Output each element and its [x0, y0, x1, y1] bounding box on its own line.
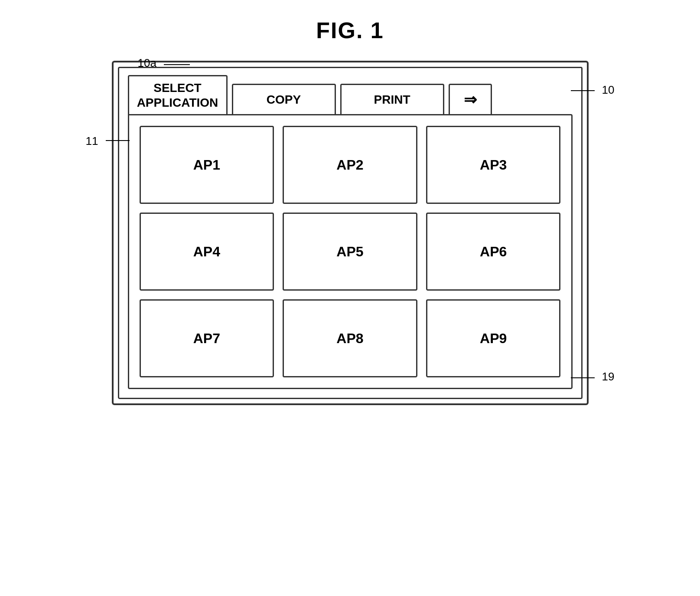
- arrow-right-icon: ⇒: [464, 92, 477, 108]
- app-button-ap4[interactable]: AP4: [140, 213, 274, 291]
- content-area: AP1 AP2 AP3 AP4 AP5 AP6: [128, 114, 573, 389]
- app-label-ap9: AP9: [480, 331, 507, 347]
- tab-next-arrow[interactable]: ⇒: [449, 84, 492, 114]
- app-button-ap7[interactable]: AP7: [140, 299, 274, 377]
- callout-line-11: [106, 140, 130, 141]
- app-label-ap7: AP7: [193, 331, 220, 347]
- app-button-ap2[interactable]: AP2: [283, 126, 417, 204]
- app-button-ap5[interactable]: AP5: [283, 213, 417, 291]
- app-label-ap5: AP5: [336, 244, 363, 260]
- tab-select-application[interactable]: SELECTAPPLICATION: [128, 75, 228, 114]
- callout-line-19: [571, 377, 595, 378]
- app-label-ap8: AP8: [336, 331, 363, 347]
- app-button-ap1[interactable]: AP1: [140, 126, 274, 204]
- figure-title: FIG. 1: [316, 17, 384, 43]
- label-11: 11: [86, 134, 98, 148]
- app-label-ap4: AP4: [193, 244, 220, 260]
- tab-select-application-label: SELECTAPPLICATION: [137, 81, 218, 110]
- callout-line-10: [571, 90, 595, 91]
- app-button-ap8[interactable]: AP8: [283, 299, 417, 377]
- app-label-ap3: AP3: [480, 157, 507, 173]
- outer-panel: SELECTAPPLICATION COPY PRINT ⇒ AP1: [112, 61, 589, 405]
- callout-line-10a: [164, 64, 190, 65]
- app-grid: AP1 AP2 AP3 AP4 AP5 AP6: [140, 126, 561, 377]
- tab-bar: SELECTAPPLICATION COPY PRINT ⇒: [128, 75, 573, 114]
- app-button-ap6[interactable]: AP6: [426, 213, 561, 291]
- inner-panel: SELECTAPPLICATION COPY PRINT ⇒ AP1: [118, 67, 583, 399]
- label-10a: 10a: [138, 56, 156, 70]
- app-label-ap6: AP6: [480, 244, 507, 260]
- tab-copy[interactable]: COPY: [232, 84, 336, 114]
- app-button-ap3[interactable]: AP3: [426, 126, 561, 204]
- app-label-ap1: AP1: [193, 157, 220, 173]
- app-button-ap9[interactable]: AP9: [426, 299, 561, 377]
- tab-print-label: PRINT: [374, 93, 410, 107]
- app-label-ap2: AP2: [336, 157, 363, 173]
- tab-print[interactable]: PRINT: [340, 84, 444, 114]
- label-19: 19: [602, 370, 615, 383]
- tab-copy-label: COPY: [267, 93, 301, 107]
- diagram-wrapper: 10a 10 11 19 SELECTAPPLICATION COPY PRIN…: [112, 61, 589, 405]
- label-10: 10: [602, 83, 615, 97]
